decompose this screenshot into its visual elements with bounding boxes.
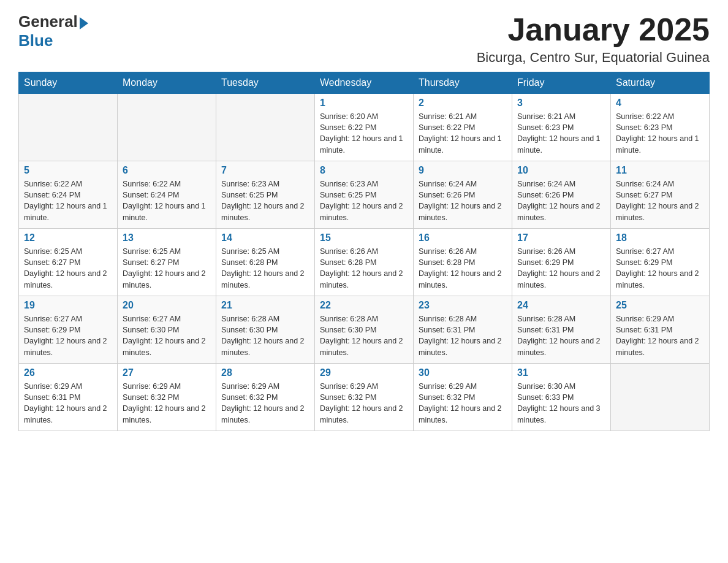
calendar-cell: 26Sunrise: 6:29 AMSunset: 6:31 PMDayligh… xyxy=(19,364,118,431)
day-info: Sunrise: 6:22 AMSunset: 6:23 PMDaylight:… xyxy=(616,111,704,156)
header-cell-tuesday: Tuesday xyxy=(216,72,315,94)
calendar-cell: 13Sunrise: 6:25 AMSunset: 6:27 PMDayligh… xyxy=(118,229,216,296)
day-number: 31 xyxy=(517,367,605,378)
logo-blue-text: Blue xyxy=(18,31,53,50)
day-number: 25 xyxy=(616,300,704,311)
calendar-cell xyxy=(118,94,216,161)
day-info: Sunrise: 6:21 AMSunset: 6:22 PMDaylight:… xyxy=(419,111,507,156)
calendar-cell: 11Sunrise: 6:24 AMSunset: 6:27 PMDayligh… xyxy=(611,161,710,229)
day-info: Sunrise: 6:24 AMSunset: 6:26 PMDaylight:… xyxy=(419,178,507,223)
calendar-cell: 12Sunrise: 6:25 AMSunset: 6:27 PMDayligh… xyxy=(19,229,118,296)
calendar-cell: 9Sunrise: 6:24 AMSunset: 6:26 PMDaylight… xyxy=(414,161,512,229)
calendar-cell: 16Sunrise: 6:26 AMSunset: 6:28 PMDayligh… xyxy=(414,229,512,296)
day-number: 1 xyxy=(320,98,408,109)
calendar-cell: 15Sunrise: 6:26 AMSunset: 6:28 PMDayligh… xyxy=(315,229,414,296)
day-number: 30 xyxy=(419,367,507,378)
day-info: Sunrise: 6:24 AMSunset: 6:27 PMDaylight:… xyxy=(616,178,704,223)
calendar-cell: 17Sunrise: 6:26 AMSunset: 6:29 PMDayligh… xyxy=(512,229,611,296)
calendar-cell: 1Sunrise: 6:20 AMSunset: 6:22 PMDaylight… xyxy=(315,94,414,161)
calendar-cell: 21Sunrise: 6:28 AMSunset: 6:30 PMDayligh… xyxy=(216,296,315,364)
calendar-cell: 20Sunrise: 6:27 AMSunset: 6:30 PMDayligh… xyxy=(118,296,216,364)
day-info: Sunrise: 6:29 AMSunset: 6:32 PMDaylight:… xyxy=(419,381,507,426)
day-number: 17 xyxy=(517,232,605,243)
calendar-cell: 31Sunrise: 6:30 AMSunset: 6:33 PMDayligh… xyxy=(512,364,611,431)
page-subtitle: Bicurga, Centro Sur, Equatorial Guinea xyxy=(477,50,710,66)
day-number: 24 xyxy=(517,300,605,311)
day-number: 12 xyxy=(24,232,112,243)
calendar-cell: 22Sunrise: 6:28 AMSunset: 6:30 PMDayligh… xyxy=(315,296,414,364)
logo-arrow-icon xyxy=(80,17,88,29)
day-info: Sunrise: 6:29 AMSunset: 6:32 PMDaylight:… xyxy=(123,381,211,426)
day-number: 7 xyxy=(221,165,309,176)
calendar-cell: 25Sunrise: 6:29 AMSunset: 6:31 PMDayligh… xyxy=(611,296,710,364)
calendar-cell xyxy=(19,94,118,161)
day-info: Sunrise: 6:25 AMSunset: 6:28 PMDaylight:… xyxy=(221,246,309,291)
day-number: 3 xyxy=(517,98,605,109)
calendar-cell: 24Sunrise: 6:28 AMSunset: 6:31 PMDayligh… xyxy=(512,296,611,364)
calendar-cell: 3Sunrise: 6:21 AMSunset: 6:23 PMDaylight… xyxy=(512,94,611,161)
calendar-cell: 8Sunrise: 6:23 AMSunset: 6:25 PMDaylight… xyxy=(315,161,414,229)
day-info: Sunrise: 6:27 AMSunset: 6:29 PMDaylight:… xyxy=(24,313,112,358)
day-info: Sunrise: 6:23 AMSunset: 6:25 PMDaylight:… xyxy=(320,178,408,223)
header-cell-friday: Friday xyxy=(512,72,611,94)
day-number: 5 xyxy=(24,165,112,176)
calendar-cell: 10Sunrise: 6:24 AMSunset: 6:26 PMDayligh… xyxy=(512,161,611,229)
day-number: 13 xyxy=(123,232,211,243)
day-number: 18 xyxy=(616,232,704,243)
calendar-cell: 30Sunrise: 6:29 AMSunset: 6:32 PMDayligh… xyxy=(414,364,512,431)
calendar-cell: 23Sunrise: 6:28 AMSunset: 6:31 PMDayligh… xyxy=(414,296,512,364)
day-number: 16 xyxy=(419,232,507,243)
day-info: Sunrise: 6:21 AMSunset: 6:23 PMDaylight:… xyxy=(517,111,605,156)
calendar-cell: 28Sunrise: 6:29 AMSunset: 6:32 PMDayligh… xyxy=(216,364,315,431)
logo-general-text: General xyxy=(18,12,78,31)
day-info: Sunrise: 6:20 AMSunset: 6:22 PMDaylight:… xyxy=(320,111,408,156)
day-info: Sunrise: 6:28 AMSunset: 6:31 PMDaylight:… xyxy=(419,313,507,358)
calendar-cell: 27Sunrise: 6:29 AMSunset: 6:32 PMDayligh… xyxy=(118,364,216,431)
day-info: Sunrise: 6:30 AMSunset: 6:33 PMDaylight:… xyxy=(517,381,605,426)
calendar-cell: 2Sunrise: 6:21 AMSunset: 6:22 PMDaylight… xyxy=(414,94,512,161)
page-title: January 2025 xyxy=(477,12,710,47)
header-cell-saturday: Saturday xyxy=(611,72,710,94)
day-number: 27 xyxy=(123,367,211,378)
day-number: 14 xyxy=(221,232,309,243)
day-number: 9 xyxy=(419,165,507,176)
logo: General Blue xyxy=(18,12,88,50)
day-info: Sunrise: 6:28 AMSunset: 6:31 PMDaylight:… xyxy=(517,313,605,358)
week-row-3: 12Sunrise: 6:25 AMSunset: 6:27 PMDayligh… xyxy=(19,229,710,296)
calendar-cell: 19Sunrise: 6:27 AMSunset: 6:29 PMDayligh… xyxy=(19,296,118,364)
week-row-4: 19Sunrise: 6:27 AMSunset: 6:29 PMDayligh… xyxy=(19,296,710,364)
calendar-cell: 14Sunrise: 6:25 AMSunset: 6:28 PMDayligh… xyxy=(216,229,315,296)
day-info: Sunrise: 6:23 AMSunset: 6:25 PMDaylight:… xyxy=(221,178,309,223)
page-header: General Blue January 2025 Bicurga, Centr… xyxy=(18,12,710,66)
day-info: Sunrise: 6:25 AMSunset: 6:27 PMDaylight:… xyxy=(123,246,211,291)
day-info: Sunrise: 6:25 AMSunset: 6:27 PMDaylight:… xyxy=(24,246,112,291)
calendar-cell: 18Sunrise: 6:27 AMSunset: 6:29 PMDayligh… xyxy=(611,229,710,296)
header-cell-wednesday: Wednesday xyxy=(315,72,414,94)
day-info: Sunrise: 6:24 AMSunset: 6:26 PMDaylight:… xyxy=(517,178,605,223)
calendar-cell: 6Sunrise: 6:22 AMSunset: 6:24 PMDaylight… xyxy=(118,161,216,229)
day-info: Sunrise: 6:28 AMSunset: 6:30 PMDaylight:… xyxy=(320,313,408,358)
day-info: Sunrise: 6:29 AMSunset: 6:31 PMDaylight:… xyxy=(616,313,704,358)
calendar-header: SundayMondayTuesdayWednesdayThursdayFrid… xyxy=(19,72,710,94)
day-number: 6 xyxy=(123,165,211,176)
day-info: Sunrise: 6:26 AMSunset: 6:28 PMDaylight:… xyxy=(419,246,507,291)
day-info: Sunrise: 6:22 AMSunset: 6:24 PMDaylight:… xyxy=(24,178,112,223)
day-number: 2 xyxy=(419,98,507,109)
day-number: 19 xyxy=(24,300,112,311)
calendar-cell: 7Sunrise: 6:23 AMSunset: 6:25 PMDaylight… xyxy=(216,161,315,229)
calendar-cell xyxy=(216,94,315,161)
day-info: Sunrise: 6:27 AMSunset: 6:29 PMDaylight:… xyxy=(616,246,704,291)
day-info: Sunrise: 6:29 AMSunset: 6:32 PMDaylight:… xyxy=(221,381,309,426)
calendar-cell xyxy=(611,364,710,431)
week-row-5: 26Sunrise: 6:29 AMSunset: 6:31 PMDayligh… xyxy=(19,364,710,431)
day-number: 23 xyxy=(419,300,507,311)
week-row-2: 5Sunrise: 6:22 AMSunset: 6:24 PMDaylight… xyxy=(19,161,710,229)
day-info: Sunrise: 6:29 AMSunset: 6:31 PMDaylight:… xyxy=(24,381,112,426)
calendar-table: SundayMondayTuesdayWednesdayThursdayFrid… xyxy=(18,72,710,431)
day-info: Sunrise: 6:26 AMSunset: 6:28 PMDaylight:… xyxy=(320,246,408,291)
week-row-1: 1Sunrise: 6:20 AMSunset: 6:22 PMDaylight… xyxy=(19,94,710,161)
title-area: January 2025 Bicurga, Centro Sur, Equato… xyxy=(477,12,710,66)
day-number: 11 xyxy=(616,165,704,176)
day-info: Sunrise: 6:22 AMSunset: 6:24 PMDaylight:… xyxy=(123,178,211,223)
header-cell-sunday: Sunday xyxy=(19,72,118,94)
